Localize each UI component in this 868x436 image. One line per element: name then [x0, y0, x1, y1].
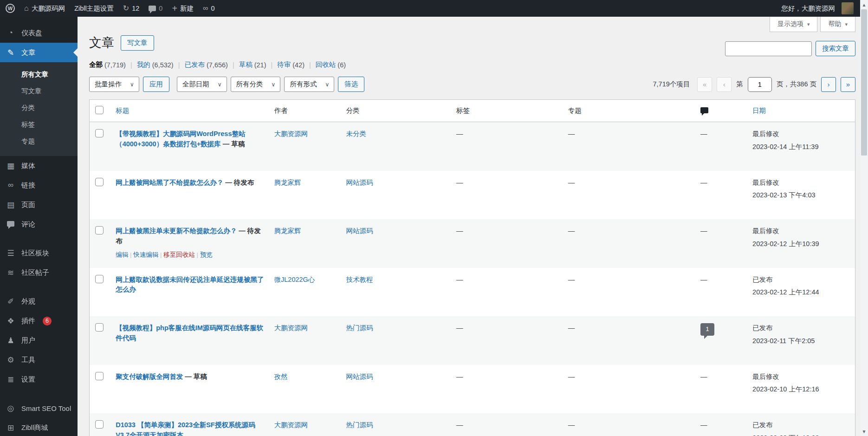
filter-mine[interactable]: 我的	[137, 60, 150, 69]
sidebar-item-plugins[interactable]: ❖ 插件 6	[0, 311, 78, 331]
adminbar-updates[interactable]: ↻ 12	[123, 5, 140, 12]
edit-action[interactable]: 编辑	[116, 251, 128, 258]
sidebar-item-posts[interactable]: ✎ 文章	[0, 43, 78, 62]
submenu-write-post[interactable]: 写文章	[0, 83, 78, 99]
adminbar-theme-settings[interactable]: Zibll主题设置	[74, 4, 114, 13]
sidebar-item-appearance[interactable]: ✐ 外观	[0, 292, 78, 311]
author-link[interactable]: 大鹏资源网	[274, 421, 308, 429]
prev-page-button[interactable]: ‹	[717, 77, 732, 92]
row-checkbox[interactable]	[95, 226, 104, 234]
filter-published[interactable]: 已发布	[184, 60, 205, 69]
row-checkbox[interactable]	[95, 323, 104, 332]
sidebar-item-community-board[interactable]: ☰ 社区板块	[0, 243, 78, 263]
comments-value: —	[700, 227, 707, 234]
scroll-up-arrow-icon[interactable]: ▲	[860, 1, 868, 8]
row-checkbox[interactable]	[95, 420, 104, 429]
category-filter-select[interactable]: 所有分类 ∨	[231, 77, 281, 92]
sidebar-item-dashboard[interactable]: ◔ 仪表盘	[0, 23, 78, 43]
sidebar-item-pages[interactable]: ▤ 页面	[0, 195, 78, 215]
category-link[interactable]: 网站源码	[346, 373, 373, 380]
wordpress-logo-icon[interactable]: W	[6, 4, 15, 13]
submenu-categories[interactable]: 分类	[0, 99, 78, 116]
submenu-topics[interactable]: 专题	[0, 133, 78, 150]
quick-edit-action[interactable]: 快速编辑	[133, 251, 158, 258]
adminbar-comments[interactable]: 0	[149, 5, 162, 12]
dashboard-icon: ◔	[5, 28, 17, 38]
scroll-down-arrow-icon[interactable]: ▼	[860, 428, 868, 435]
sidebar-item-settings[interactable]: ≣ 设置	[0, 370, 78, 389]
post-title-link[interactable]: 网上赌取款说数据未回传还说注单延迟违规被黑了怎么办	[116, 276, 264, 293]
category-link[interactable]: 技术教程	[346, 276, 373, 283]
add-new-post-button[interactable]: 写文章	[121, 35, 154, 51]
menu-separator	[0, 389, 78, 398]
next-page-button[interactable]: ›	[821, 77, 836, 92]
bulk-actions-select[interactable]: 批量操作 ∨	[89, 77, 139, 92]
row-checkbox[interactable]	[95, 129, 104, 137]
sidebar-item-users[interactable]: ♟ 用户	[0, 331, 78, 350]
column-header-title[interactable]: 标题	[111, 100, 269, 122]
help-button[interactable]: 帮助 ▾	[820, 17, 855, 32]
screen-options-button[interactable]: 显示选项 ▾	[770, 17, 818, 32]
vertical-scrollbar[interactable]: ▲ ▼	[860, 0, 868, 436]
row-checkbox[interactable]	[95, 275, 104, 283]
sidebar-item-community-posts[interactable]: ≋ 社区帖子	[0, 263, 78, 282]
column-header-date[interactable]: 日期	[748, 100, 855, 122]
sidebar-item-links[interactable]: ∞ 链接	[0, 176, 78, 195]
author-link[interactable]: 大鹏资源网	[274, 130, 308, 137]
filter-button[interactable]: 筛选	[338, 77, 364, 92]
row-checkbox[interactable]	[95, 372, 104, 380]
submenu-tags[interactable]: 标签	[0, 116, 78, 133]
submenu-all-posts[interactable]: 所有文章	[0, 66, 78, 83]
first-page-button[interactable]: «	[697, 77, 712, 92]
tags-value: —	[456, 276, 463, 283]
filter-draft[interactable]: 草稿	[239, 60, 253, 69]
sidebar-item-tools[interactable]: ⚙ 工具	[0, 350, 78, 370]
last-page-button[interactable]: »	[841, 77, 855, 92]
search-posts-button[interactable]: 搜索文章	[816, 41, 855, 56]
author-link[interactable]: 大鹏资源网	[274, 324, 308, 332]
filter-pending[interactable]: 待审	[277, 60, 291, 69]
sidebar-item-comments[interactable]: 评论	[0, 215, 78, 234]
author-link[interactable]: 孜然	[274, 373, 288, 380]
post-title-link[interactable]: 【视频教程】php客服在线IM源码网页在线客服软件代码	[116, 324, 263, 342]
adminbar-links[interactable]: ∞ 0	[203, 5, 214, 12]
category-link[interactable]: 网站源码	[346, 227, 373, 234]
author-link[interactable]: 腾龙家辉	[274, 227, 301, 234]
scrollbar-thumb[interactable]	[861, 9, 867, 156]
adminbar-account[interactable]: 您好，大鹏资源网	[781, 2, 854, 14]
comment-count-bubble[interactable]: 1	[700, 323, 714, 336]
post-title-link[interactable]: 网上赌被黑注单未更新不给提款怎么办？	[116, 227, 237, 234]
community-posts-icon: ≋	[5, 268, 17, 278]
sidebar-item-zibll-shop[interactable]: ⊞ Zibll商城	[0, 418, 78, 436]
filter-all[interactable]: 全部	[89, 60, 103, 69]
sidebar-item-media[interactable]: ▦ 媒体	[0, 156, 78, 176]
post-title-link[interactable]: D1033 【简单亲测】2023全新SF授权系统源码 V3.7全开源无加密版本	[116, 421, 255, 436]
category-link[interactable]: 网站源码	[346, 179, 373, 186]
select-all-checkbox[interactable]	[95, 106, 104, 114]
row-checkbox[interactable]	[95, 178, 104, 186]
author-link[interactable]: 腾龙家辉	[274, 179, 301, 186]
date-filter-select[interactable]: 全部日期 ∨	[177, 77, 227, 92]
category-link[interactable]: 未分类	[346, 130, 367, 137]
sidebar-item-label: 社区板块	[21, 249, 49, 258]
current-page-input[interactable]	[748, 77, 772, 92]
adminbar-site-link[interactable]: ⌂ 大鹏源码网	[24, 4, 65, 13]
author-link[interactable]: 微JL2022G心	[274, 276, 315, 283]
tags-value: —	[456, 373, 463, 380]
adminbar-new[interactable]: + 新建	[172, 4, 194, 13]
sidebar-item-smart-seo-tool[interactable]: ◎ Smart SEO Tool	[0, 398, 78, 418]
filter-trash[interactable]: 回收站	[316, 60, 336, 69]
trash-action[interactable]: 移至回收站	[163, 251, 195, 258]
date-filter-value: 全部日期	[182, 80, 209, 89]
category-link[interactable]: 热门源码	[346, 421, 373, 429]
apply-button[interactable]: 应用	[143, 77, 169, 92]
format-filter-select[interactable]: 所有形式 ∨	[284, 77, 334, 92]
topic-value: —	[568, 324, 575, 332]
comments-value: —	[700, 130, 707, 137]
post-title-link[interactable]: 网上赌被网站黑了不给提款怎么办？	[116, 179, 223, 186]
community-board-icon: ☰	[5, 248, 17, 258]
search-input[interactable]	[725, 41, 812, 56]
category-link[interactable]: 热门源码	[346, 324, 373, 332]
preview-action[interactable]: 预览	[200, 251, 213, 258]
post-title-link[interactable]: 聚支付破解版全网首发	[116, 373, 183, 380]
